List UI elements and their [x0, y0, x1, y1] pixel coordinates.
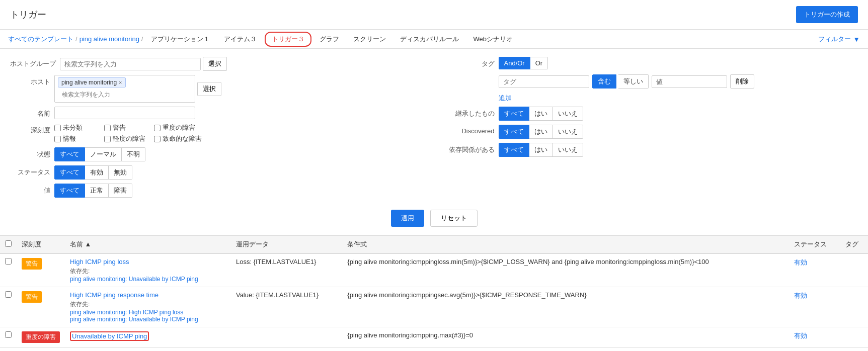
- status-disabled-button[interactable]: 無効: [109, 165, 132, 180]
- tab-items[interactable]: アイテム３: [218, 32, 263, 47]
- tag-delete-button[interactable]: 削除: [730, 74, 754, 89]
- breadcrumb-ping-monitoring[interactable]: ping alive monitoring: [80, 35, 139, 43]
- discovered-no-button[interactable]: いいえ: [553, 125, 583, 139]
- severity-average-label: 軽度の障害: [113, 134, 145, 143]
- select-all-checkbox[interactable]: [5, 240, 12, 247]
- tab-web-scenarios[interactable]: Webシナリオ: [467, 32, 519, 47]
- inherited-no-button[interactable]: いいえ: [553, 107, 583, 121]
- discovered-yes-button[interactable]: はい: [529, 125, 553, 139]
- table-header-row: 深刻度 名前 ▲ 運用データ 条件式 ステータス タグ: [0, 236, 868, 253]
- row1-trigger-link[interactable]: High ICMP ping loss: [70, 258, 129, 266]
- hostgroup-select-button[interactable]: 選択: [203, 57, 227, 71]
- filter-button[interactable]: フィルター ▼: [818, 35, 860, 44]
- row3-trigger-link[interactable]: Unavailable by ICMP ping: [72, 332, 147, 340]
- tab-applications[interactable]: アプリケーション１: [145, 32, 216, 47]
- severity-high-check[interactable]: [154, 125, 161, 131]
- severity-average-check[interactable]: [104, 136, 111, 142]
- dependency-no-button[interactable]: いいえ: [553, 143, 583, 157]
- filter-row-name: 名前: [10, 107, 424, 119]
- severity-unclassified-check[interactable]: [54, 125, 61, 131]
- tag-input[interactable]: [499, 75, 589, 88]
- state-all-button[interactable]: すべて: [54, 147, 85, 161]
- severity-warning[interactable]: 警告: [104, 123, 152, 132]
- filter-row-inherited: 継承したもの すべて はい いいえ: [444, 107, 858, 121]
- table-head: 深刻度 名前 ▲ 運用データ 条件式 ステータス タグ: [0, 236, 868, 253]
- severity-high[interactable]: 重度の障害: [154, 123, 202, 132]
- name-input[interactable]: [54, 107, 195, 119]
- inherited-yes-button[interactable]: はい: [529, 107, 553, 121]
- tag-equals-button[interactable]: 等しい: [618, 74, 649, 89]
- inherited-all-button[interactable]: すべて: [499, 107, 529, 121]
- filter-right-col: タグ And/Or Or 含む 等しい: [444, 57, 858, 202]
- row1-checkbox[interactable]: [5, 258, 12, 265]
- filter-row-hostgroup: ホストグループ 選択: [10, 57, 424, 71]
- severity-disaster-check[interactable]: [154, 136, 161, 142]
- severity-info[interactable]: 情報: [54, 134, 102, 143]
- value-problem-button[interactable]: 障害: [109, 184, 132, 198]
- state-unknown-button[interactable]: 不明: [122, 147, 145, 161]
- tab-discovery[interactable]: ディスカバリルール: [394, 32, 465, 47]
- tab-screens[interactable]: スクリーン: [347, 32, 392, 47]
- severity-info-check[interactable]: [54, 136, 61, 142]
- tag-value-input[interactable]: [652, 75, 727, 88]
- row1-opdata: Loss: {ITEM.LASTVALUE1}: [231, 253, 342, 287]
- row2-checkbox[interactable]: [5, 291, 12, 298]
- row1-severity-badge: 警告: [22, 258, 42, 270]
- row2-trigger-link[interactable]: High ICMP ping response time: [70, 291, 159, 299]
- table-row: 警告 High ICMP ping loss 依存先: ping alive m…: [0, 253, 868, 287]
- state-normal-button[interactable]: ノーマル: [85, 147, 122, 161]
- severity-warning-check[interactable]: [104, 125, 111, 131]
- filter-icon: ▼: [853, 35, 860, 43]
- th-name[interactable]: 名前 ▲: [65, 236, 231, 253]
- status-label: ステータス: [10, 165, 50, 177]
- row1-status-badge: 有効: [794, 258, 807, 266]
- severity-label: 深刻度: [10, 123, 50, 135]
- filter-grid: ホストグループ 選択 ホスト ping alive monitoring: [10, 57, 858, 202]
- host-tag-text: ping alive monitoring: [61, 79, 117, 86]
- discovered-all-button[interactable]: すべて: [499, 125, 529, 139]
- host-select-button[interactable]: 選択: [197, 82, 221, 96]
- row2-dep-link-1[interactable]: ping alive monitoring: High ICMP ping lo…: [70, 309, 183, 316]
- status-all-button[interactable]: すべて: [54, 165, 85, 180]
- status-enabled-button[interactable]: 有効: [85, 165, 109, 180]
- row3-expression: {ping alive monitoring:icmpping.max(#3)}…: [342, 327, 788, 347]
- tag-add-link[interactable]: 追加: [499, 94, 512, 102]
- dependency-all-button[interactable]: すべて: [499, 143, 529, 157]
- row2-name: High ICMP ping response time 依存先: ping a…: [65, 287, 231, 327]
- dependency-yes-button[interactable]: はい: [529, 143, 553, 157]
- row1-dep-link-1[interactable]: ping alive monitoring: Unavailable by IC…: [70, 276, 198, 283]
- severity-warning-label: 警告: [113, 123, 126, 132]
- tab-graphs[interactable]: グラフ: [313, 32, 345, 47]
- hostgroup-input[interactable]: [60, 58, 201, 70]
- host-tag-ping: ping alive monitoring ×: [58, 77, 126, 87]
- row1-check: [0, 253, 17, 287]
- severity-disaster-label: 致命的な障害: [163, 134, 202, 143]
- value-all-button[interactable]: すべて: [54, 184, 85, 198]
- breadcrumb-bar: すべてのテンプレート / ping alive monitoring / アプリ…: [0, 30, 868, 49]
- host-label: ホスト: [10, 75, 50, 86]
- host-tag-row: ping alive monitoring × 選択: [54, 75, 221, 103]
- apply-button[interactable]: 適用: [391, 210, 424, 227]
- create-trigger-button[interactable]: トリガーの作成: [796, 6, 858, 23]
- filter-row-severity: 深刻度 未分類 警告 重度の障害: [10, 123, 424, 143]
- row2-dep-link-2[interactable]: ping alive monitoring: Unavailable by IC…: [70, 316, 198, 323]
- severity-disaster[interactable]: 致命的な障害: [154, 134, 202, 143]
- severity-average[interactable]: 軽度の障害: [104, 134, 152, 143]
- value-button-group: すべて 正常 障害: [54, 184, 132, 198]
- tag-contains-button[interactable]: 含む: [592, 74, 616, 89]
- th-status: ステータス: [789, 236, 840, 253]
- tag-andor-button[interactable]: And/Or: [499, 57, 530, 69]
- value-ok-button[interactable]: 正常: [85, 184, 109, 198]
- filter-row-discovered: Discovered すべて はい いいえ: [444, 125, 858, 139]
- reset-button[interactable]: リセット: [430, 210, 478, 227]
- tab-triggers[interactable]: トリガー３: [265, 32, 311, 47]
- host-tag-remove[interactable]: ×: [119, 79, 122, 85]
- host-search-input[interactable]: [58, 89, 192, 100]
- inherited-button-group: すべて はい いいえ: [499, 107, 583, 121]
- severity-unclassified[interactable]: 未分類: [54, 123, 102, 132]
- tag-or-button[interactable]: Or: [530, 57, 548, 69]
- breadcrumb-all-templates[interactable]: すべてのテンプレート: [8, 35, 73, 44]
- row3-checkbox[interactable]: [5, 331, 12, 338]
- row1-tags: [840, 253, 868, 287]
- row3-status-badge: 有効: [794, 332, 807, 339]
